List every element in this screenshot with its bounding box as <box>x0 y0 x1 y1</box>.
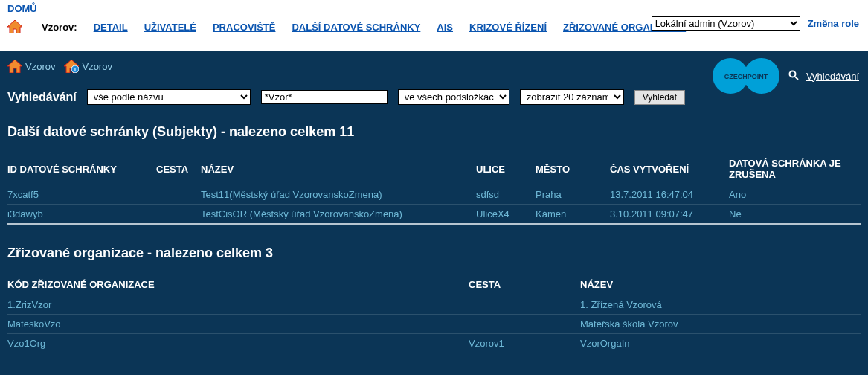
nav-detail[interactable]: DETAIL <box>94 22 128 33</box>
cell-kod: MateskoVzo <box>7 318 61 330</box>
search-button[interactable]: Vyhledat <box>634 90 685 105</box>
cell-nazev: Test11(Městský úřad VzorovanskoZmena) <box>201 189 382 200</box>
search-limit-select[interactable]: zobrazit 20 záznamů <box>520 89 624 105</box>
cell-nazev: VzorOrgaIn <box>580 338 629 349</box>
breadcrumb-b[interactable]: Vzorov <box>82 61 112 72</box>
svg-line-9 <box>795 77 798 80</box>
nav-krizove[interactable]: KRIZOVÉ ŘÍZENÍ <box>469 22 547 33</box>
section2-title: Zřizované organizace - nalezeno celkem 3 <box>7 246 861 261</box>
cell-ulice: UliceX4 <box>476 208 509 219</box>
col-nazev2[interactable]: NÁZEV <box>580 276 861 295</box>
home-link[interactable]: DOMŮ <box>7 3 37 14</box>
search-term-input[interactable] <box>261 90 388 104</box>
svg-point-8 <box>789 71 795 77</box>
cell-mesto: Praha <box>536 189 562 200</box>
cell-kod: 1.ZrizVzor <box>7 299 51 310</box>
cell-mesto: Kámen <box>536 208 566 219</box>
cell-nazev: TestCisOR (Městský úřad VzorovanskoZmena… <box>201 208 402 219</box>
cell-cas: 3.10.2011 09:07:47 <box>610 208 693 219</box>
col-mesto[interactable]: MĚSTO <box>536 155 610 185</box>
svg-text:CZECHPOINT: CZECHPOINT <box>724 73 768 80</box>
col-cesta[interactable]: CESTA <box>156 155 201 185</box>
col-cesta2[interactable]: CESTA <box>469 276 580 295</box>
table-row[interactable]: 1.ZrizVzor 1. Zřízená Vzorová <box>7 295 861 315</box>
cell-nazev: Mateřská škola Vzorov <box>580 318 678 330</box>
nav-uzivatele[interactable]: UŽIVATELÉ <box>144 22 196 33</box>
table-row[interactable]: i3dawyb TestCisOR (Městský úřad Vzorovan… <box>7 205 861 225</box>
cell-zrusena: Ne <box>729 208 742 219</box>
cell-ulice: sdfsd <box>476 189 499 200</box>
schranky-table: ID DATOVÉ SCHRÁNKY CESTA NÁZEV ULICE MĚS… <box>7 155 861 225</box>
table-header-row: KÓD ZŘIZOVANÉ ORGANIZACE CESTA NÁZEV <box>7 276 861 295</box>
search-link[interactable]: Vyhledávání <box>806 71 859 82</box>
table-row[interactable]: Vzo1Org Vzorov1 VzorOrgaIn <box>7 334 861 353</box>
table-row[interactable]: 7xcatf5 Test11(Městský úřad VzorovanskoZ… <box>7 185 861 205</box>
cell-zrusena: Ano <box>729 189 746 200</box>
table-row[interactable]: MateskoVzo Mateřská škola Vzorov <box>7 315 861 334</box>
nav-ais[interactable]: AIS <box>437 22 453 33</box>
search-by-select[interactable]: vše podle názvu <box>87 89 251 105</box>
cell-cas: 13.7.2011 16:47:04 <box>610 189 693 200</box>
entity-label: Vzorov: <box>42 22 77 33</box>
role-box: Lokální admin (Vzorov) Změna role <box>652 16 859 31</box>
nav-pracoviste[interactable]: PRACOVIŠTĚ <box>213 22 276 33</box>
search-label: Vyhledávání <box>7 91 77 104</box>
cell-cesta: Vzorov1 <box>469 338 504 349</box>
cell-id: i3dawyb <box>7 208 43 219</box>
change-role-link[interactable]: Změna role <box>808 18 859 29</box>
house-info-icon <box>64 60 79 73</box>
czechpoint-logo: CZECHPOINT <box>711 57 781 95</box>
cell-kod: Vzo1Org <box>7 338 45 349</box>
nav-schranky[interactable]: DALŠÍ DATOVÉ SCHRÁNKY <box>292 22 420 33</box>
table-header-row: ID DATOVÉ SCHRÁNKY CESTA NÁZEV ULICE MĚS… <box>7 155 861 185</box>
house-icon <box>7 60 22 73</box>
cell-nazev: 1. Zřízená Vzorová <box>580 299 662 310</box>
col-zrusena[interactable]: DATOVÁ SCHRÁNKA JE ZRUŠENA <box>729 155 861 185</box>
col-cas[interactable]: ČAS VYTVOŘENÍ <box>610 155 729 185</box>
col-nazev[interactable]: NÁZEV <box>201 155 476 185</box>
col-kod[interactable]: KÓD ZŘIZOVANÉ ORGANIZACE <box>7 276 469 295</box>
section1-title: Další datové schránky (Subjekty) - nalez… <box>7 124 861 140</box>
house-icon <box>7 20 22 33</box>
breadcrumb-a[interactable]: Vzorov <box>25 61 55 72</box>
col-id[interactable]: ID DATOVÉ SCHRÁNKY <box>7 155 156 185</box>
search-scope-select[interactable]: ve všech podsložkách <box>398 89 509 105</box>
top-bar: DOMŮ Vzorov: DETAIL UŽIVATELÉ PRACOVIŠTĚ… <box>0 0 868 51</box>
content: CZECHPOINT Vyhledávání Vzorov Vzorov Vyh… <box>0 51 868 375</box>
cell-id: 7xcatf5 <box>7 189 39 200</box>
role-select[interactable]: Lokální admin (Vzorov) <box>652 16 800 31</box>
brand-area: CZECHPOINT Vyhledávání <box>711 57 859 95</box>
org-table: KÓD ZŘIZOVANÉ ORGANIZACE CESTA NÁZEV 1.Z… <box>7 276 861 353</box>
search-icon <box>788 70 799 83</box>
col-ulice[interactable]: ULICE <box>476 155 536 185</box>
